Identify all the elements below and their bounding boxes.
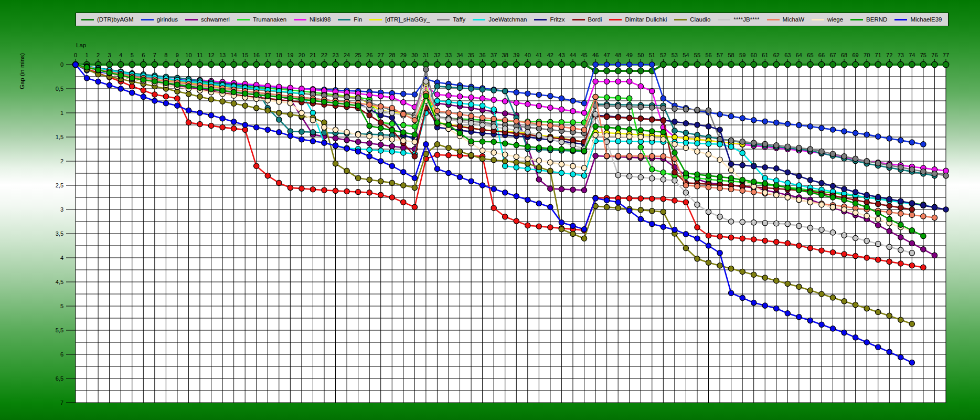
legend-swatch	[609, 19, 622, 20]
y-axis-ticks: 00,511,522,533,544,555,566,57	[56, 61, 76, 406]
plot-area	[76, 66, 946, 403]
svg-text:4: 4	[119, 52, 122, 58]
svg-text:26: 26	[366, 52, 372, 58]
legend-label: MichaW	[783, 16, 805, 23]
svg-text:51: 51	[649, 52, 655, 58]
svg-text:28: 28	[389, 52, 395, 58]
svg-text:29: 29	[400, 52, 407, 58]
svg-text:65: 65	[807, 52, 813, 58]
legend-label: Trumanaken	[253, 16, 286, 23]
svg-text:34: 34	[456, 52, 463, 58]
svg-text:8: 8	[164, 52, 167, 58]
legend-item-12: Dimitar Dulichki	[609, 16, 667, 23]
svg-text:4,5: 4,5	[56, 279, 63, 285]
svg-text:43: 43	[558, 52, 564, 58]
svg-text:1,5: 1,5	[56, 134, 63, 140]
legend-swatch	[674, 19, 687, 20]
legend-item-14: ****JB****	[718, 16, 759, 23]
svg-text:7: 7	[60, 400, 63, 406]
svg-text:38: 38	[502, 52, 508, 58]
svg-text:46: 46	[592, 52, 599, 58]
svg-text:0,5: 0,5	[56, 86, 63, 92]
svg-text:0: 0	[60, 61, 63, 68]
svg-text:49: 49	[626, 52, 633, 58]
svg-text:2: 2	[97, 52, 100, 58]
y-axis-title: Gap (in mins)	[19, 53, 25, 89]
svg-text:42: 42	[547, 52, 553, 58]
legend-item-5: Nilski98	[294, 16, 331, 23]
legend-item-17: BERND	[850, 16, 887, 23]
svg-text:35: 35	[468, 52, 474, 58]
legend-item-13: Claudio	[674, 16, 710, 23]
legend-swatch	[81, 19, 94, 20]
legend-swatch	[185, 19, 198, 20]
legend-swatch	[369, 19, 382, 20]
svg-text:56: 56	[705, 52, 711, 58]
app-window: { "window": { "bg_top_color": "#027902",…	[0, 0, 980, 420]
legend-item-11: Bordi	[572, 16, 602, 23]
legend-item-16: wiege	[812, 16, 843, 23]
svg-text:7: 7	[153, 52, 156, 58]
svg-text:17: 17	[264, 52, 271, 58]
legend-label: JoeWatchman	[488, 16, 527, 23]
chart-legend: (DTR)byAGMgirindusschwamerlTrumanakenNil…	[76, 13, 949, 26]
legend-item-15: MichaW	[767, 16, 805, 23]
legend-item-1: (DTR)byAGM	[81, 16, 134, 23]
svg-text:62: 62	[773, 52, 780, 58]
svg-text:73: 73	[898, 52, 904, 58]
svg-text:77: 77	[943, 52, 949, 58]
svg-text:14: 14	[231, 52, 237, 58]
svg-text:6: 6	[60, 351, 63, 358]
svg-text:75: 75	[920, 52, 926, 58]
legend-swatch	[237, 19, 250, 20]
svg-text:59: 59	[739, 52, 745, 58]
x-axis-title: Lap	[76, 42, 86, 48]
svg-text:67: 67	[829, 52, 836, 58]
svg-text:63: 63	[784, 52, 791, 58]
legend-label: Claudio	[690, 16, 710, 23]
svg-text:37: 37	[491, 52, 497, 58]
svg-text:48: 48	[615, 52, 621, 58]
svg-text:50: 50	[637, 52, 644, 58]
svg-text:5: 5	[60, 303, 63, 309]
legend-swatch	[894, 19, 907, 20]
svg-text:25: 25	[355, 52, 361, 58]
svg-text:10: 10	[185, 52, 191, 58]
legend-swatch	[718, 19, 730, 20]
svg-text:1: 1	[85, 52, 88, 58]
legend-label: Fin	[354, 16, 362, 23]
legend-swatch	[812, 19, 824, 20]
svg-text:70: 70	[864, 52, 870, 58]
svg-text:12: 12	[208, 52, 214, 58]
svg-text:57: 57	[717, 52, 723, 58]
svg-text:3: 3	[108, 52, 111, 58]
svg-text:69: 69	[852, 52, 858, 58]
svg-text:32: 32	[434, 52, 440, 58]
svg-text:13: 13	[219, 52, 226, 58]
svg-text:55: 55	[694, 52, 700, 58]
svg-text:19: 19	[287, 52, 293, 58]
svg-text:11: 11	[197, 52, 203, 58]
svg-text:24: 24	[344, 52, 350, 58]
svg-text:66: 66	[818, 52, 825, 58]
legend-item-7: [dTR]_sHaGGy_	[369, 16, 430, 23]
svg-text:58: 58	[728, 52, 734, 58]
legend-item-18: MichaelE39	[894, 16, 942, 23]
svg-text:39: 39	[513, 52, 519, 58]
svg-text:45: 45	[581, 52, 587, 58]
svg-text:1: 1	[60, 110, 63, 116]
legend-swatch	[437, 19, 450, 20]
legend-label: MichaelE39	[910, 16, 942, 23]
svg-text:23: 23	[332, 52, 338, 58]
svg-text:27: 27	[378, 52, 384, 58]
svg-text:6: 6	[142, 52, 145, 58]
legend-label: Dimitar Dulichki	[625, 16, 667, 23]
legend-label: BERND	[866, 16, 887, 23]
legend-label: girindus	[157, 16, 178, 23]
svg-text:40: 40	[525, 52, 531, 58]
legend-swatch	[767, 19, 780, 20]
svg-text:64: 64	[796, 52, 802, 58]
svg-text:31: 31	[423, 52, 429, 58]
svg-text:74: 74	[909, 52, 915, 58]
svg-text:44: 44	[570, 52, 576, 58]
